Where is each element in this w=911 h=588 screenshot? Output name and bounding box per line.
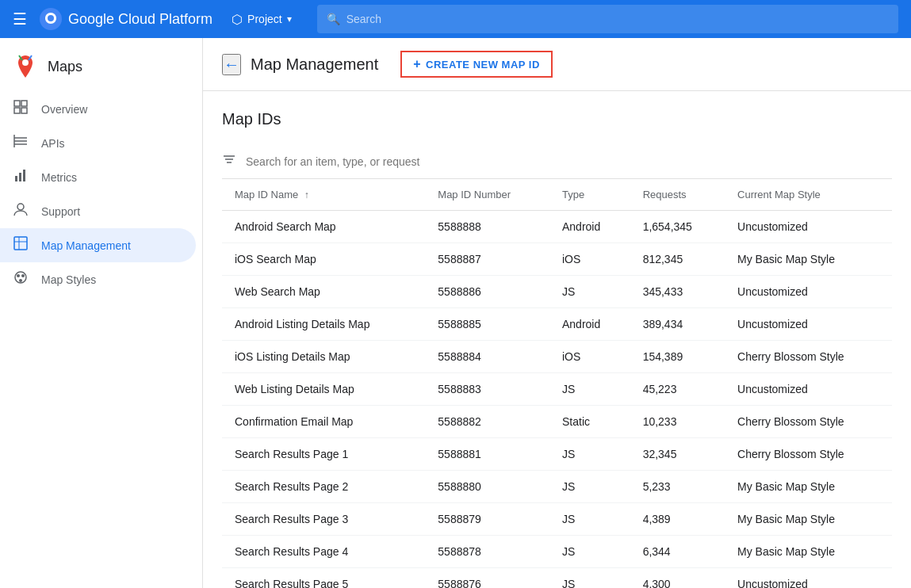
cell-requests: 45,223 xyxy=(630,373,725,406)
cell-name: Search Results Page 1 xyxy=(222,438,425,471)
cell-style: Uncustomized xyxy=(725,211,892,243)
table-row[interactable]: Web Search Map 5588886 JS 345,433 Uncust… xyxy=(222,276,892,308)
sort-arrow-icon: ↑ xyxy=(304,189,309,200)
cell-requests: 389,434 xyxy=(630,308,725,341)
table-row[interactable]: Search Results Page 2 5588880 JS 5,233 M… xyxy=(222,471,892,503)
svg-rect-4 xyxy=(21,101,27,106)
content-area: Map IDs Map ID Name ↑ Map ID Number xyxy=(203,91,911,588)
sidebar-item-support[interactable]: Support xyxy=(0,194,196,228)
cell-name: Search Results Page 2 xyxy=(222,471,425,503)
cell-style: My Basic Map Style xyxy=(725,503,892,536)
sidebar-item-overview[interactable]: Overview xyxy=(0,92,196,126)
cell-requests: 4,389 xyxy=(630,503,725,536)
section-title: Map IDs xyxy=(222,110,892,128)
cell-number: 5588886 xyxy=(425,276,549,308)
cell-name: Web Search Map xyxy=(222,276,425,308)
table-row[interactable]: Web Listing Details Map 5588883 JS 45,22… xyxy=(222,373,892,406)
col-header-type: Type xyxy=(549,179,630,211)
svg-rect-5 xyxy=(14,108,20,113)
cell-name: Search Results Page 5 xyxy=(222,568,425,589)
cell-type: JS xyxy=(549,276,630,308)
search-input[interactable] xyxy=(346,13,889,25)
cell-type: iOS xyxy=(549,243,630,276)
cell-name: Android Search Map xyxy=(222,211,425,243)
cell-style: My Basic Map Style xyxy=(725,243,892,276)
main-content: ← Map Management + CREATE NEW MAP ID Map… xyxy=(203,38,911,588)
cell-number: 5588876 xyxy=(425,568,549,589)
create-map-id-button[interactable]: + CREATE NEW MAP ID xyxy=(400,51,553,78)
project-icon: ⬡ xyxy=(232,12,243,27)
cell-number: 5588878 xyxy=(425,536,549,568)
cell-name: iOS Listing Details Map xyxy=(222,341,425,373)
table-row[interactable]: iOS Search Map 5588887 iOS 812,345 My Ba… xyxy=(222,243,892,276)
chevron-down-icon: ▾ xyxy=(287,13,292,25)
cell-requests: 5,233 xyxy=(630,471,725,503)
table-row[interactable]: Search Results Page 5 5588876 JS 4,300 U… xyxy=(222,568,892,589)
overview-icon xyxy=(13,100,29,118)
cell-type: JS xyxy=(549,438,630,471)
cell-type: JS xyxy=(549,536,630,568)
cell-number: 5588882 xyxy=(425,406,549,438)
table-row[interactable]: Android Listing Details Map 5588885 Andr… xyxy=(222,308,892,341)
cell-number: 5588888 xyxy=(425,211,549,243)
cell-name: Android Listing Details Map xyxy=(222,308,425,341)
cell-name: Web Listing Details Map xyxy=(222,373,425,406)
cell-name: Confirmation Email Map xyxy=(222,406,425,438)
table-row[interactable]: Search Results Page 1 5588881 JS 32,345 … xyxy=(222,438,892,471)
menu-icon[interactable]: ☰ xyxy=(13,10,27,29)
sidebar-item-apis[interactable]: APIs xyxy=(0,126,196,160)
col-header-requests: Requests xyxy=(630,179,725,211)
cell-type: JS xyxy=(549,373,630,406)
cell-type: iOS xyxy=(549,341,630,373)
cell-requests: 1,654,345 xyxy=(630,211,725,243)
col-header-name[interactable]: Map ID Name ↑ xyxy=(222,179,425,211)
cell-style: Uncustomized xyxy=(725,276,892,308)
cell-style: Cherry Blossom Style xyxy=(725,406,892,438)
table-row[interactable]: Confirmation Email Map 5588882 Static 10… xyxy=(222,406,892,438)
cell-style: Uncustomized xyxy=(725,308,892,341)
table-row[interactable]: Search Results Page 4 5588878 JS 6,344 M… xyxy=(222,536,892,568)
cell-number: 5588880 xyxy=(425,471,549,503)
back-button[interactable]: ← xyxy=(222,54,241,75)
cell-type: JS xyxy=(549,503,630,536)
search-bar[interactable]: 🔍 xyxy=(317,5,898,33)
sidebar-item-metrics-label: Metrics xyxy=(41,171,77,184)
sidebar-header: Maps xyxy=(0,44,202,92)
cell-requests: 345,433 xyxy=(630,276,725,308)
cell-number: 5588881 xyxy=(425,438,549,471)
svg-point-21 xyxy=(19,279,22,282)
cell-number: 5588887 xyxy=(425,243,549,276)
cell-style: My Basic Map Style xyxy=(725,536,892,568)
app-logo: Google Cloud Platform xyxy=(40,8,212,30)
sidebar-item-map-management[interactable]: Map Management xyxy=(0,228,196,262)
cell-name: iOS Search Map xyxy=(222,243,425,276)
cell-type: Static xyxy=(549,406,630,438)
cell-style: Cherry Blossom Style xyxy=(725,438,892,471)
table-row[interactable]: Search Results Page 3 5588879 JS 4,389 M… xyxy=(222,503,892,536)
app-name-label: Google Cloud Platform xyxy=(68,11,212,28)
svg-point-2 xyxy=(22,59,29,66)
sidebar-item-overview-label: Overview xyxy=(41,103,87,116)
search-icon: 🔍 xyxy=(327,13,340,25)
filter-icon xyxy=(222,152,236,170)
cell-requests: 4,300 xyxy=(630,568,725,589)
svg-rect-11 xyxy=(15,176,17,181)
cell-style: My Basic Map Style xyxy=(725,471,892,503)
sidebar-item-metrics[interactable]: Metrics xyxy=(0,160,196,194)
sidebar-app-name: Maps xyxy=(48,59,82,75)
project-selector[interactable]: ⬡ Project ▾ xyxy=(232,12,292,27)
svg-rect-6 xyxy=(21,108,27,113)
table-row[interactable]: iOS Listing Details Map 5588884 iOS 154,… xyxy=(222,341,892,373)
cell-number: 5588885 xyxy=(425,308,549,341)
table-search-input[interactable] xyxy=(246,155,892,168)
cell-number: 5588884 xyxy=(425,341,549,373)
page-header: ← Map Management + CREATE NEW MAP ID xyxy=(203,38,911,91)
cell-name: Search Results Page 4 xyxy=(222,536,425,568)
cell-type: Android xyxy=(549,308,630,341)
sidebar-item-map-styles[interactable]: Map Styles xyxy=(0,262,196,296)
svg-point-20 xyxy=(21,274,25,277)
google-cloud-icon xyxy=(40,8,62,30)
svg-point-1 xyxy=(48,15,54,21)
svg-point-19 xyxy=(17,274,20,277)
table-row[interactable]: Android Search Map 5588888 Android 1,654… xyxy=(222,211,892,243)
